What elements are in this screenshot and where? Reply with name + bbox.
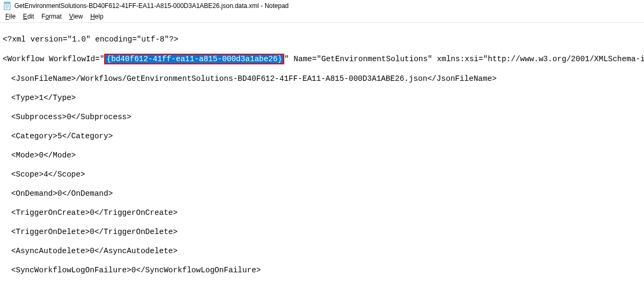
xml-line: <AsyncAutodelete>0</AsyncAutodelete>: [11, 246, 641, 256]
xml-line: <Category>5</Category>: [11, 131, 641, 141]
xml-text: " Name="GetEnvironmentSolutions" xmlns:x…: [284, 55, 644, 63]
menu-file[interactable]: File: [2, 12, 19, 21]
xml-line: <TriggerOnCreate>0</TriggerOnCreate>: [11, 208, 641, 218]
window-title: GetEnvironmentSolutions-BD40F612-41FF-EA…: [14, 2, 289, 10]
xml-line: <SyncWorkflowLogOnFailure>0</SyncWorkflo…: [11, 265, 641, 275]
text-editor[interactable]: <?xml version="1.0" encoding="utf-8"?> <…: [0, 24, 644, 284]
xml-line: <Subprocess>0</Subprocess>: [11, 112, 641, 122]
xml-line: <Mode>0</Mode>: [11, 151, 641, 160]
xml-line: <Scope>4</Scope>: [11, 170, 641, 179]
xml-line: <JsonFileName>/Workflows/GetEnvironmentS…: [11, 74, 641, 83]
menu-format[interactable]: Format: [38, 12, 65, 21]
xml-line: <TriggerOnDelete>0</TriggerOnDelete>: [11, 227, 641, 237]
xml-line: <OnDemand>0</OnDemand>: [11, 189, 641, 198]
menu-help[interactable]: Help: [87, 12, 107, 21]
title-bar: GetEnvironmentSolutions-BD40F612-41FF-EA…: [0, 0, 644, 11]
xml-line: <Workflow WorkflowId="{bd40f612-41ff-ea1…: [3, 54, 641, 64]
xml-line: <?xml version="1.0" encoding="utf-8"?>: [3, 35, 641, 44]
menu-bar: File Edit Format View Help: [0, 11, 644, 23]
menu-edit[interactable]: Edit: [20, 12, 37, 21]
menu-view[interactable]: View: [66, 12, 86, 21]
notepad-icon: [3, 2, 12, 10]
svg-rect-1: [4, 2, 10, 4]
selected-text[interactable]: {bd40f612-41ff-ea11-a815-000d3a1abe26}: [104, 54, 284, 64]
xml-line: <Type>1</Type>: [11, 93, 641, 103]
xml-text: <Workflow WorkflowId=": [3, 55, 104, 63]
